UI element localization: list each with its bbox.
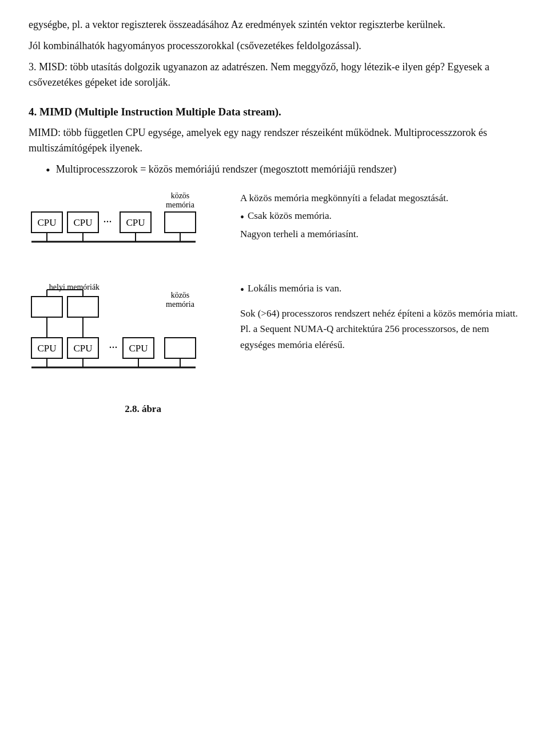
paragraph-3: 3. MISD: több utasítás dolgozik ugyanazo… bbox=[29, 59, 520, 90]
svg-text:memória: memória bbox=[166, 201, 195, 209]
svg-text:CPU: CPU bbox=[37, 343, 56, 354]
svg-rect-17 bbox=[67, 297, 98, 317]
diagram1-svg: közös memória CPU CPU ··· CPU bbox=[29, 190, 223, 259]
svg-text:CPU: CPU bbox=[73, 217, 92, 228]
diagram2-row: helyi memóriák közös memória CPU CPU · bbox=[29, 281, 520, 417]
bullet-multiprocesszorok-clean: • Multiprocesszzorok = közös memóriájú r… bbox=[46, 162, 520, 179]
svg-text:közös: közös bbox=[171, 291, 190, 299]
section4-heading: 4. MIMD (Multiple Instruction Multiple D… bbox=[29, 104, 520, 121]
diagram2-col-left: helyi memóriák közös memória CPU CPU · bbox=[29, 281, 223, 417]
svg-text:memória: memória bbox=[166, 300, 195, 309]
diagram1-row: közös memória CPU CPU ··· CPU A közös me… bbox=[29, 190, 520, 263]
svg-text:CPU: CPU bbox=[126, 217, 145, 228]
svg-rect-16 bbox=[31, 297, 62, 317]
section4-desc1: MIMD: több független CPU egysége, amelye… bbox=[29, 125, 520, 156]
paragraph-2: Jól kombinálhatók hagyományos processzor… bbox=[29, 38, 520, 54]
svg-rect-30 bbox=[165, 338, 196, 358]
svg-text:···: ··· bbox=[104, 215, 112, 228]
diagram1-col-right: A közös memória megkönnyíti a feladat me… bbox=[223, 190, 520, 242]
svg-text:CPU: CPU bbox=[129, 343, 148, 354]
svg-text:CPU: CPU bbox=[37, 217, 56, 228]
paragraph-1: egységbe, pl. a vektor regiszterek össze… bbox=[29, 17, 520, 33]
svg-text:CPU: CPU bbox=[73, 343, 92, 354]
svg-text:···: ··· bbox=[109, 341, 118, 354]
diagram1-col-left: közös memória CPU CPU ··· CPU bbox=[29, 190, 223, 263]
svg-text:közös: közös bbox=[171, 191, 190, 200]
svg-rect-9 bbox=[165, 212, 196, 233]
fig-label: 2.8. ábra bbox=[63, 402, 223, 417]
diagram2-col-right: • Lokális memória is van. Sok (>64) proc… bbox=[223, 281, 520, 353]
diagram2-svg: helyi memóriák közös memória CPU CPU · bbox=[29, 281, 223, 395]
